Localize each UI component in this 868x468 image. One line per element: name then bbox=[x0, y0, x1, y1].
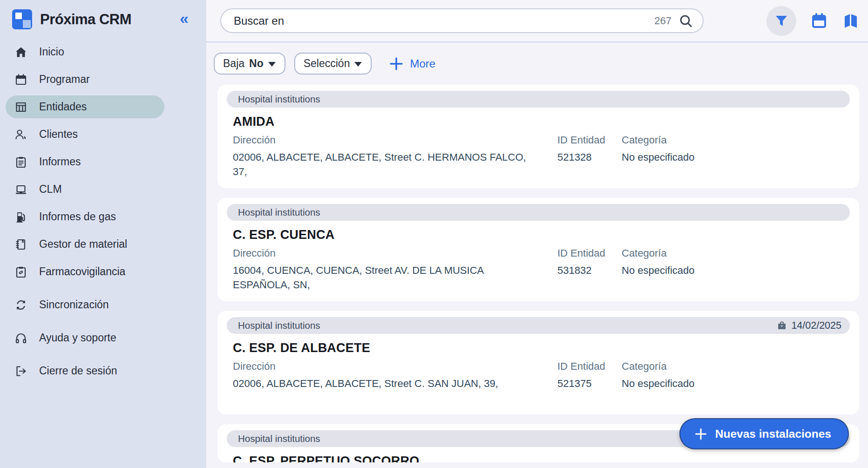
map-button[interactable] bbox=[842, 12, 860, 30]
entity-card[interactable]: Hospital institutions C. ESP. CUENCA Dir… bbox=[217, 198, 859, 301]
categoria-label: Categoría bbox=[622, 134, 859, 146]
main-area: 267 BajaNo Selección bbox=[206, 0, 868, 468]
direccion-value: 02006, ALBACETE, ALBACETE, Street C. HER… bbox=[233, 150, 526, 179]
funnel-icon bbox=[774, 14, 788, 28]
entity-name: C. ESP. DE ALBACETE bbox=[233, 341, 859, 355]
calendar-icon bbox=[14, 73, 27, 86]
sidebar-item-informes[interactable]: Informes bbox=[0, 148, 206, 176]
id-entidad-value: 531832 bbox=[557, 263, 622, 278]
chip-label: Baja bbox=[223, 57, 244, 70]
map-icon bbox=[842, 12, 860, 30]
entity-cards: Hospital institutions AMIDA Dirección 02… bbox=[217, 85, 859, 462]
sidebar-item-clientes[interactable]: Clientes bbox=[0, 121, 206, 148]
direccion-label: Dirección bbox=[233, 360, 557, 373]
sidebar-item-label: Programar bbox=[39, 73, 90, 86]
fab-label: Nuevas instalaciones bbox=[715, 427, 831, 441]
chevron-down-icon bbox=[354, 62, 362, 67]
filter-chip-seleccion[interactable]: Selección bbox=[294, 53, 372, 75]
sidebar-item-programar[interactable]: Programar bbox=[0, 66, 206, 93]
headset-icon bbox=[14, 332, 27, 345]
sidebar-item-label: Informes bbox=[39, 156, 81, 168]
sidebar-item-clm[interactable]: CLM bbox=[0, 176, 206, 203]
sidebar-collapse-button[interactable]: « bbox=[180, 10, 189, 29]
notebook-icon bbox=[14, 238, 27, 251]
chip-label: Selección bbox=[304, 57, 350, 70]
badge-label: Hospital institutions bbox=[238, 320, 320, 331]
sidebar-item-label: CLM bbox=[39, 183, 62, 196]
entities-icon bbox=[14, 101, 27, 114]
more-label: More bbox=[410, 57, 435, 70]
sidebar-item-sincronizacion[interactable]: Sincronización bbox=[0, 291, 206, 319]
plus-icon bbox=[389, 57, 403, 71]
categoria-value: No especificado bbox=[622, 150, 859, 164]
sidebar-item-label: Cierre de sesión bbox=[39, 365, 117, 377]
chevron-down-icon bbox=[268, 62, 276, 67]
pharmacovigilance-icon bbox=[14, 265, 27, 278]
new-installations-button[interactable]: Nuevas instalaciones bbox=[679, 418, 849, 449]
badge-label: Hospital institutions bbox=[238, 207, 320, 218]
entity-name: C. ESP. CUENCA bbox=[233, 228, 859, 242]
visit-date-badge: 14/02/2025 bbox=[777, 320, 841, 332]
chip-value: No bbox=[249, 57, 264, 70]
entity-card[interactable]: Hospital institutions 14/02/2025 C. ESP.… bbox=[217, 311, 859, 414]
entity-name: C. ESP. PERPETUO SOCORRO bbox=[233, 454, 859, 462]
calendar-button[interactable] bbox=[810, 12, 828, 30]
direccion-label: Dirección bbox=[233, 247, 557, 259]
id-entidad-value: 521328 bbox=[557, 150, 622, 164]
app-logo bbox=[12, 9, 32, 29]
app-title: Próxima CRM bbox=[40, 11, 131, 28]
plus-icon bbox=[694, 427, 707, 441]
search-input[interactable] bbox=[225, 14, 654, 27]
categoria-value: No especificado bbox=[622, 263, 859, 278]
sidebar: Próxima CRM « Inicio Programar Entidades… bbox=[0, 0, 206, 468]
sidebar-item-label: Sincronización bbox=[39, 298, 109, 311]
sidebar-item-informes-de-gas[interactable]: Informes de gas bbox=[0, 203, 206, 231]
direccion-label: Dirección bbox=[233, 134, 557, 146]
calendar-blue-icon bbox=[810, 12, 828, 30]
entity-type-badge: Hospital institutions bbox=[227, 91, 850, 108]
sidebar-item-inicio[interactable]: Inicio bbox=[0, 38, 206, 66]
id-entidad-label: ID Entidad bbox=[557, 360, 622, 373]
direccion-value: 16004, CUENCA, CUENCA, Street AV. DE LA … bbox=[233, 263, 526, 292]
sidebar-item-label: Informes de gas bbox=[39, 210, 116, 223]
sidebar-item-ayuda-y-soporte[interactable]: Ayuda y soporte bbox=[0, 324, 206, 352]
home-icon bbox=[14, 46, 27, 59]
sidebar-item-cierre-de-sesion[interactable]: Cierre de sesión bbox=[0, 357, 206, 385]
sidebar-item-farmacovigilancia[interactable]: Farmacovigilancia bbox=[0, 258, 206, 285]
result-count: 267 bbox=[654, 15, 671, 27]
entity-type-badge: Hospital institutions bbox=[227, 204, 850, 221]
briefcase-icon bbox=[777, 320, 787, 331]
search-bar: 267 bbox=[220, 8, 704, 33]
categoria-value: No especificado bbox=[622, 376, 859, 391]
app-header: Próxima CRM « bbox=[0, 0, 206, 29]
badge-label: Hospital institutions bbox=[238, 433, 320, 444]
sidebar-item-entidades[interactable]: Entidades bbox=[6, 95, 164, 118]
badge-label: Hospital institutions bbox=[238, 94, 320, 105]
sync-icon bbox=[14, 298, 27, 312]
search-icon[interactable] bbox=[678, 14, 693, 28]
sidebar-nav: Inicio Programar Entidades Clientes Info… bbox=[0, 38, 206, 385]
id-entidad-label: ID Entidad bbox=[557, 247, 622, 259]
topbar: 267 bbox=[206, 0, 868, 42]
entity-list-area: BajaNo Selección More Hospital instituti… bbox=[206, 42, 868, 468]
sidebar-item-label: Gestor de material bbox=[39, 238, 127, 251]
categoria-label: Categoría bbox=[622, 247, 859, 259]
filter-chip-baja[interactable]: BajaNo bbox=[214, 53, 285, 75]
sidebar-item-label: Farmacovigilancia bbox=[39, 265, 125, 278]
report-icon bbox=[14, 156, 27, 169]
sidebar-item-label: Inicio bbox=[39, 46, 64, 58]
filter-chips-row: BajaNo Selección More bbox=[214, 53, 859, 75]
sidebar-item-label: Ayuda y soporte bbox=[39, 332, 116, 344]
more-filters-button[interactable]: More bbox=[389, 57, 435, 71]
logout-icon bbox=[14, 365, 27, 378]
topbar-actions bbox=[766, 6, 860, 36]
id-entidad-value: 521375 bbox=[557, 376, 622, 391]
visit-date: 14/02/2025 bbox=[791, 320, 841, 332]
entity-card[interactable]: Hospital institutions AMIDA Dirección 02… bbox=[217, 85, 859, 188]
gas-pump-icon bbox=[14, 210, 27, 224]
direccion-value: 02006, ALBACETE, ALBACETE, Street C. SAN… bbox=[233, 376, 526, 391]
filter-button[interactable] bbox=[766, 6, 796, 36]
sidebar-item-label: Entidades bbox=[39, 101, 87, 113]
laptop-icon bbox=[14, 183, 27, 196]
sidebar-item-gestor-de-material[interactable]: Gestor de material bbox=[0, 231, 206, 258]
